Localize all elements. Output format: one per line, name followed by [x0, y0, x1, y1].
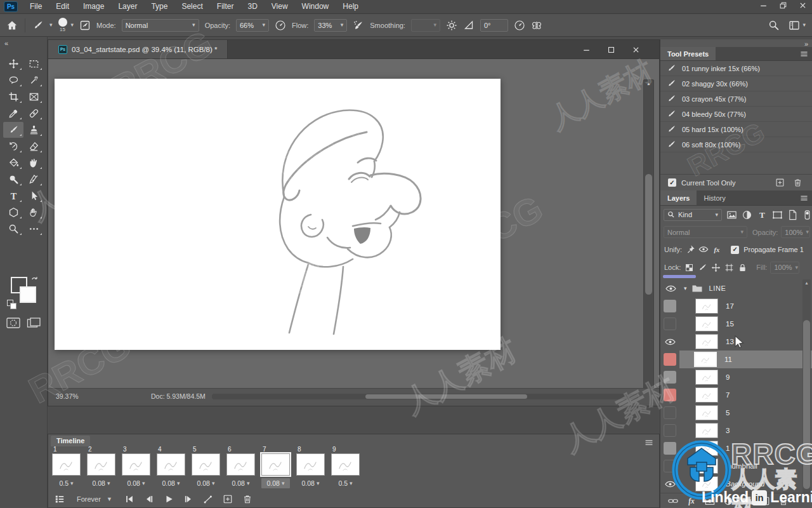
first-frame-icon[interactable] [124, 494, 134, 504]
lock-paint-icon[interactable] [698, 263, 707, 272]
document-tab[interactable]: Ps 03_04_startstate.psd @ 39.4% (11, RGB… [48, 40, 228, 58]
tween-icon[interactable] [203, 494, 213, 504]
frame-duration-select[interactable]: 0.08▾ [87, 478, 115, 488]
visibility-well[interactable] [660, 424, 679, 437]
default-colors-icon[interactable] [7, 300, 17, 310]
menu-image[interactable]: Image [76, 0, 111, 13]
tool-preset-item[interactable]: 05 hard 15x (100%) [660, 122, 812, 137]
new-frame-icon[interactable] [223, 494, 233, 504]
layer-color-label-red[interactable] [664, 389, 676, 401]
panel-menu-icon[interactable] [799, 194, 809, 202]
chevron-down-icon[interactable]: ▾ [71, 22, 74, 28]
tab-layers[interactable]: Layers [660, 190, 697, 205]
layer-row[interactable]: 1 [660, 439, 812, 457]
visibility-well[interactable] [660, 300, 679, 312]
layer-thumbnail[interactable] [695, 405, 718, 420]
filter-pixel-layers-icon[interactable] [726, 210, 737, 220]
chevron-down-icon[interactable]: ▾ [684, 285, 687, 291]
layer-color-label-plain[interactable] [664, 406, 676, 419]
propagate-frame-checkbox[interactable]: ✓ [731, 246, 739, 254]
canvas-pasteboard[interactable]: ▴ ▾ [48, 59, 659, 389]
filter-smart-objects-icon[interactable] [787, 210, 798, 220]
frame-thumbnail[interactable] [261, 453, 290, 476]
previous-frame-icon[interactable] [144, 494, 154, 504]
frame-thumbnail[interactable] [331, 453, 360, 476]
convert-to-video-timeline-icon[interactable] [55, 494, 65, 504]
lock-position-icon[interactable] [711, 263, 721, 272]
unify-visibility-icon[interactable] [698, 244, 709, 255]
menu-edit[interactable]: Edit [49, 0, 76, 13]
layer-row[interactable]: thumbnail [660, 457, 812, 475]
blend-mode-select[interactable]: Normal▾ [122, 19, 199, 32]
lasso-tool[interactable] [3, 72, 23, 88]
clone-stamp-tool[interactable] [23, 122, 44, 138]
visibility-well[interactable] [660, 338, 679, 346]
timeline-frame[interactable]: 50.08▾ [192, 445, 220, 488]
frame-duration-select[interactable]: 0.08▾ [226, 478, 255, 488]
layer-color-label-gray[interactable] [664, 371, 676, 384]
timeline-frame[interactable]: 80.08▾ [296, 445, 325, 488]
frame-thumbnail[interactable] [122, 453, 150, 476]
pen-pressure-size-icon[interactable] [514, 20, 525, 31]
brush-panel-toggle-icon[interactable] [79, 20, 91, 31]
timeline-frame[interactable]: 70.08▾ [261, 445, 290, 488]
pen-tool[interactable] [23, 171, 44, 187]
layer-thumbnail[interactable] [695, 441, 718, 456]
brush-tool-icon[interactable] [32, 20, 44, 31]
canvas[interactable] [55, 79, 501, 350]
delete-frame-icon[interactable] [242, 494, 252, 504]
layer-color-label-plain[interactable] [664, 318, 676, 330]
opacity-select[interactable]: 66%▾ [236, 19, 269, 32]
timeline-frame[interactable]: 60.08▾ [226, 445, 255, 488]
loop-select[interactable]: Forever ▼ [77, 495, 112, 503]
layer-thumbnail[interactable] [695, 298, 718, 314]
panel-menu-icon[interactable] [644, 438, 654, 447]
layer-row[interactable]: 17 [660, 297, 812, 315]
frame-duration-select[interactable]: 0.08▾ [261, 478, 290, 488]
frame-thumbnail[interactable] [87, 453, 115, 476]
history-brush-tool[interactable] [3, 138, 23, 154]
frame-thumbnail[interactable] [192, 453, 220, 476]
unify-position-icon[interactable] [685, 244, 695, 255]
add-mask-icon[interactable] [705, 496, 715, 506]
maximize-icon[interactable] [607, 46, 615, 54]
new-preset-icon[interactable] [775, 178, 785, 187]
visibility-eye-icon[interactable] [664, 480, 676, 488]
layer-color-label-red[interactable] [664, 353, 676, 366]
home-icon[interactable] [6, 20, 18, 31]
scrollbar-thumb[interactable] [645, 174, 652, 295]
type-tool[interactable]: T [3, 188, 23, 204]
layer-thumbnail[interactable] [695, 370, 718, 385]
layer-thumbnail[interactable] [695, 476, 718, 491]
background-color-swatch[interactable] [20, 286, 36, 303]
scroll-up-icon[interactable]: ▴ [802, 280, 811, 286]
lock-artboard-icon[interactable] [724, 263, 734, 272]
menu-layer[interactable]: Layer [111, 0, 144, 13]
frame-duration-select[interactable]: 0.08▾ [192, 478, 220, 488]
tool-preset-item[interactable]: 02 shaggy 30x (66%) [660, 76, 812, 91]
screen-mode-icon[interactable] [27, 318, 41, 328]
current-tool-only-checkbox[interactable]: ✓ [668, 178, 676, 187]
panel-menu-icon[interactable] [799, 50, 809, 58]
minimize-icon[interactable] [582, 46, 591, 54]
visibility-well[interactable] [660, 353, 679, 366]
menu-filter[interactable]: Filter [210, 0, 241, 13]
link-layers-icon[interactable] [668, 496, 678, 506]
new-group-icon[interactable] [742, 496, 752, 506]
tool-preset-item[interactable]: 06 soft 80x (100%) [660, 137, 812, 152]
filter-type-layers-icon[interactable]: T [757, 210, 768, 220]
timeline-frame[interactable]: 40.08▾ [157, 445, 185, 488]
timeline-frame[interactable]: 10.5▾ [52, 445, 81, 488]
kind-filter-select[interactable]: Kind ▾ [664, 209, 722, 221]
layers-scrollbar[interactable]: ▴ [802, 279, 811, 493]
next-frame-icon[interactable] [183, 494, 193, 504]
marquee-tool[interactable] [23, 56, 44, 72]
airbrush-icon[interactable] [353, 20, 364, 31]
timeline-frame[interactable]: 20.08▾ [87, 445, 115, 488]
frame-duration-select[interactable]: 0.5▾ [331, 478, 360, 488]
timeline-frame[interactable]: 90.5▾ [331, 445, 360, 488]
filter-adjustment-layers-icon[interactable] [742, 210, 752, 220]
brush-tool[interactable] [3, 122, 23, 138]
path-select-tool[interactable] [23, 188, 44, 204]
layer-row[interactable]: 9 [660, 368, 812, 386]
